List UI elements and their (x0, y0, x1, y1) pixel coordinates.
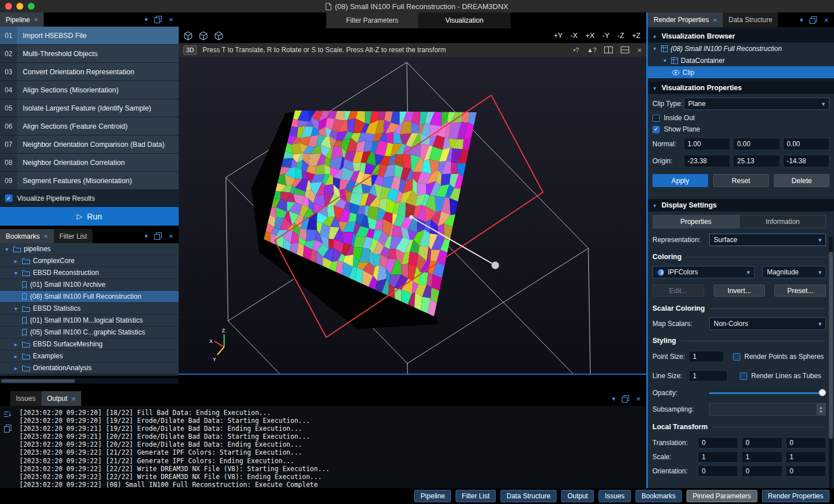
dock-button-filter-list[interactable]: Filter List (456, 490, 496, 502)
visibility-eye-icon[interactable] (672, 70, 680, 75)
scrollbar-thumb[interactable] (1, 379, 75, 383)
preset-button[interactable]: Preset... (774, 285, 826, 297)
tab-display-information[interactable]: Information (739, 215, 826, 228)
axis-button-minus-x[interactable]: -X (571, 32, 578, 40)
split-vertical-icon[interactable] (604, 46, 613, 53)
bookmark-tree-item[interactable]: (05) Small IN100 C...graphic Statistics (0, 327, 179, 338)
bookmark-tree-item[interactable]: (01) Small IN100 Archive (0, 279, 179, 291)
origin-y-field[interactable]: 25.13 (733, 155, 780, 167)
bookmark-tree-item[interactable]: ▾EBSD Statistics (0, 303, 179, 315)
browser-tree-item[interactable]: ▾(08) Small IN100 Full Reconstruction (648, 43, 834, 54)
tab-visualization[interactable]: Visualization (418, 12, 511, 28)
pipeline-filter-row[interactable]: 08Neighbor Orientation Correlation (0, 154, 179, 172)
pipeline-filter-row[interactable]: 01Import H5EBSD File (0, 27, 179, 45)
chevron-down-icon[interactable]: ▾ (3, 246, 10, 252)
close-view-icon[interactable]: × (637, 46, 642, 54)
spin-buttons[interactable]: ▴ ▾ (816, 404, 825, 415)
bookmark-tree-item[interactable]: ▸Examples (0, 350, 179, 362)
scrollbar-thumb[interactable] (829, 252, 833, 439)
chevron-down-icon[interactable]: ▾ (651, 45, 658, 52)
dock-button-render-properties[interactable]: Render Properties (762, 490, 829, 502)
show-plane-checkbox[interactable]: ✓ (652, 126, 660, 133)
map-scalars-dropdown[interactable]: Non-Colors ▾ (709, 317, 826, 330)
axis-button-minus-z[interactable]: -Z (617, 32, 624, 40)
chevron-down-icon[interactable]: ▾ (145, 16, 148, 23)
dock-button-pipeline[interactable]: Pipeline (414, 490, 451, 502)
dock-button-issues[interactable]: Issues (599, 490, 631, 502)
line-size-field[interactable]: 1 (689, 370, 727, 382)
reset-button[interactable]: Reset (713, 174, 769, 187)
float-panel-icon[interactable] (154, 16, 162, 23)
close-icon[interactable]: × (169, 232, 173, 240)
horizontal-splitter[interactable] (179, 374, 646, 375)
close-icon[interactable]: × (44, 232, 48, 240)
bookmark-tree-item[interactable]: ▸EBSD SurfaceMeshing (0, 338, 179, 350)
cell-picker-icon[interactable]: ▲? (587, 46, 596, 53)
pipeline-filter-row[interactable]: 07Neighbor Orientation Comparison (Bad D… (0, 135, 179, 154)
axis-button-plusminus-x[interactable]: +X (586, 32, 595, 40)
browser-tree-item[interactable]: Clip (648, 66, 834, 78)
browser-tree-item[interactable]: ▾DataContainer (648, 54, 834, 66)
mode-3d-badge[interactable]: 3D (183, 45, 197, 55)
bookmark-tree-item[interactable]: ▸ComplexCore (0, 255, 179, 267)
scale-z-field[interactable]: 1 (786, 451, 826, 463)
pipeline-filter-row[interactable]: 02Multi-Threshold Objects (0, 45, 179, 63)
bookmark-tree-item[interactable]: (01) Small IN100 M...logical Statistics (0, 315, 179, 327)
visualize-results-checkbox[interactable]: ✓ (5, 194, 12, 202)
normal-y-field[interactable]: 0.00 (733, 138, 780, 150)
spin-down-icon[interactable]: ▾ (820, 409, 822, 413)
opacity-slider[interactable] (709, 389, 826, 397)
tab-data-structure[interactable]: Data Structure (723, 12, 778, 27)
tab-render-properties[interactable]: Render Properties × (648, 12, 723, 27)
invert-button[interactable]: Invert... (714, 285, 765, 297)
float-panel-icon[interactable] (622, 395, 629, 403)
visualization-browser-header[interactable]: ▾ Visualization Browser (648, 30, 834, 43)
close-window-button[interactable] (5, 3, 12, 10)
close-icon[interactable]: × (71, 395, 76, 403)
normal-z-field[interactable]: 0.00 (783, 138, 829, 150)
subsampling-spinbox[interactable]: ▴ ▾ (709, 403, 826, 416)
bookmark-tree-item[interactable]: ▸OrientationAnalysis (0, 362, 179, 374)
pipeline-filter-row[interactable]: 06Align Sections (Feature Centroid) (0, 117, 179, 135)
float-panel-icon[interactable] (810, 16, 817, 24)
point-picker-icon[interactable]: •? (573, 46, 579, 53)
pipeline-filter-row[interactable]: 05Isolate Largest Feature (Identify Samp… (0, 99, 179, 117)
chevron-right-icon[interactable]: ▸ (12, 341, 19, 348)
tab-filter-parameters[interactable]: Filter Parameters (326, 12, 418, 28)
render-points-spheres-checkbox[interactable] (733, 353, 740, 361)
delete-button[interactable]: Delete (774, 174, 829, 187)
bookmark-tree-item[interactable]: ▾EBSD Reconstruction (0, 267, 179, 279)
tab-pipeline[interactable]: Pipeline × (0, 12, 44, 27)
point-size-field[interactable]: 1 (689, 351, 724, 362)
tab-issues[interactable]: Issues (10, 391, 41, 406)
minimize-window-button[interactable] (16, 3, 23, 10)
dock-button-bookmarks[interactable]: Bookmarks (635, 490, 682, 502)
edit-button[interactable]: Edit... (652, 285, 704, 297)
spin-up-icon[interactable]: ▴ (820, 405, 822, 409)
scale-y-field[interactable]: 1 (742, 451, 782, 463)
split-horizontal-icon[interactable] (621, 46, 629, 53)
close-icon[interactable]: × (169, 16, 173, 23)
cube-view-icon-3[interactable] (214, 31, 224, 41)
axis-button-minus-y[interactable]: -Y (603, 32, 610, 40)
chevron-down-icon[interactable]: ▾ (12, 270, 19, 276)
translation-z-field[interactable]: 0 (786, 437, 826, 448)
chevron-down-icon[interactable]: ▾ (12, 306, 19, 312)
display-settings-header[interactable]: ▾ Display Settings (648, 199, 834, 211)
cube-view-icon-2[interactable] (199, 31, 208, 41)
dock-button-output[interactable]: Output (561, 490, 594, 502)
normal-x-field[interactable]: 1.00 (684, 138, 730, 150)
tab-display-properties[interactable]: Properties (652, 215, 739, 228)
slider-handle[interactable] (819, 389, 826, 396)
orientation-z-field[interactable]: 0 (786, 465, 826, 477)
origin-x-field[interactable]: -23.38 (684, 155, 730, 167)
pipeline-filter-row[interactable]: 03Convert Orientation Representation (0, 63, 179, 81)
apply-button[interactable]: Apply (652, 174, 708, 187)
bookmark-tree-item[interactable]: ▾pipelines (0, 243, 179, 255)
tab-bookmarks[interactable]: Bookmarks × (0, 229, 54, 243)
float-panel-icon[interactable] (154, 232, 162, 240)
zoom-window-button[interactable] (28, 3, 35, 10)
cube-view-icon-1[interactable] (183, 31, 193, 41)
chevron-right-icon[interactable]: ▸ (12, 258, 19, 264)
pipeline-filter-row[interactable]: 04Align Sections (Misorientation) (0, 81, 179, 99)
